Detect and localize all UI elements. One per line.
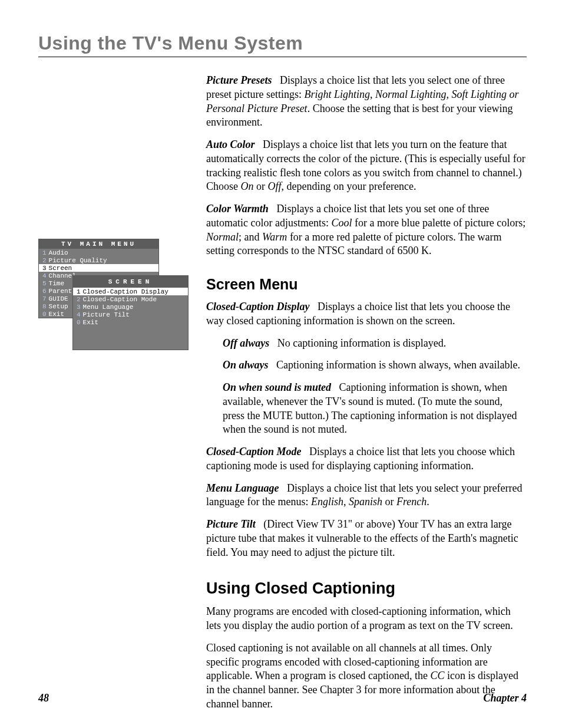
osd-main-item: 2Picture Quality <box>39 256 158 264</box>
osd-sub-item: 3Menu Language <box>73 303 188 311</box>
para-cc-display: Closed-Caption Display Displays a choice… <box>206 300 527 328</box>
osd-submenu: SCREEN 1Closed-Caption Display 2Closed-C… <box>72 275 189 350</box>
para-color-warmth: Color Warmth Displays a choice list that… <box>206 202 527 258</box>
osd-sub-item: 0Exit <box>73 318 188 326</box>
chapter-label: Chapter 4 <box>483 692 527 704</box>
sidebar: TV MAIN MENU 1Audio 2Picture Quality 3Sc… <box>38 74 200 318</box>
para-cc-on: On always Captioning information is show… <box>223 358 527 373</box>
osd-main-item: 1Audio <box>39 249 158 256</box>
osd-sub-item: 2Closed-Caption Mode <box>73 295 188 303</box>
page-number: 48 <box>38 692 49 704</box>
title-rule <box>38 57 527 57</box>
para-cc-body-1: Many programs are encoded with closed-ca… <box>206 605 527 633</box>
heading-closed-captioning: Using Closed Captioning <box>206 579 527 598</box>
osd-sub-title: SCREEN <box>73 276 188 288</box>
main-content: Picture Presets Displays a choice list t… <box>200 74 527 720</box>
para-menu-language: Menu Language Displays a choice list tha… <box>206 482 527 510</box>
para-cc-mode: Closed-Caption Mode Displays a choice li… <box>206 445 527 473</box>
osd-main-title: TV MAIN MENU <box>39 239 158 249</box>
para-cc-mute: On when sound is muted Captioning inform… <box>223 381 527 437</box>
para-cc-off: Off always No captioning information is … <box>223 337 527 351</box>
heading-screen-menu: Screen Menu <box>206 276 527 293</box>
para-picture-tilt: Picture Tilt (Direct View TV 31" or abov… <box>206 518 527 559</box>
osd-sub-item: 4Picture Tilt <box>73 311 188 318</box>
osd-main-item-selected: 3Screen <box>39 264 158 272</box>
page-footer: 48 Chapter 4 <box>38 692 527 704</box>
page-title: Using the TV's Menu System <box>38 32 527 54</box>
osd-sub-item-selected: 1Closed-Caption Display <box>73 288 188 295</box>
para-picture-presets: Picture Presets Displays a choice list t… <box>206 74 527 130</box>
osd-mockup: TV MAIN MENU 1Audio 2Picture Quality 3Sc… <box>38 239 159 318</box>
para-auto-color: Auto Color Displays a choice list that l… <box>206 138 527 194</box>
